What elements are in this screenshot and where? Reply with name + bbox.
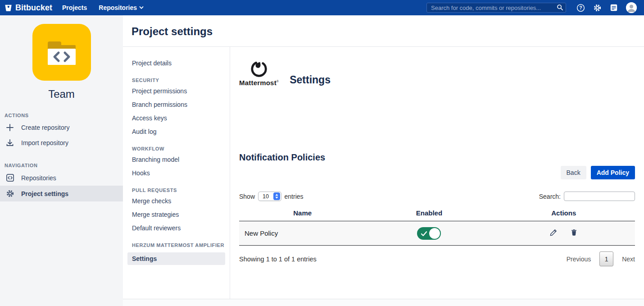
notification-policies-heading: Notification Policies (239, 152, 635, 163)
back-button[interactable]: Back (561, 166, 586, 179)
sidebar-item-import-repository[interactable]: Import repository (0, 135, 123, 151)
security-group-label: SECURITY (132, 78, 225, 83)
navigation-section-label: NAVIGATION (5, 163, 123, 168)
brand-name: Bitbucket (15, 3, 52, 13)
page-title: Project settings (123, 15, 644, 47)
table-search-input[interactable] (564, 192, 635, 201)
feedback-icon[interactable] (610, 4, 618, 12)
delete-policy-icon[interactable] (570, 228, 578, 237)
plugin-content: Mattermost® Settings Notification Polici… (230, 47, 644, 299)
help-icon[interactable]: ? (576, 4, 585, 12)
select-stepper-icon (273, 192, 280, 200)
actions-section-label: ACTIONS (5, 113, 123, 118)
workflow-group-label: WORKFLOW (132, 146, 225, 151)
topnav-projects[interactable]: Projects (62, 4, 87, 11)
toggle-knob (429, 228, 440, 239)
settings-nav-item-project-details[interactable]: Project details (132, 59, 225, 67)
settings-nav-item-project-permissions[interactable]: Project permissions (132, 87, 225, 95)
previous-page-button[interactable]: Previous (567, 256, 591, 263)
project-sidebar: Team ACTIONS Create repository Import re… (0, 15, 123, 306)
plus-icon (5, 123, 14, 132)
footer-strip (123, 299, 644, 306)
settings-nav-item-audit-log[interactable]: Audit log (132, 128, 225, 135)
global-search (426, 3, 566, 13)
next-page-button[interactable]: Next (622, 256, 635, 263)
page-size-select[interactable]: 10 (258, 192, 281, 201)
table-summary: Showing 1 to 1 of 1 entries (239, 256, 317, 263)
settings-nav-item-branching-model[interactable]: Branching model (132, 156, 225, 163)
settings-nav-item-hooks[interactable]: Hooks (132, 169, 225, 177)
add-policy-button[interactable]: Add Policy (591, 166, 635, 179)
settings-nav: Project details SECURITY Project permiss… (123, 47, 230, 299)
page-1-button[interactable]: 1 (599, 251, 613, 266)
table-row: New Policy (239, 221, 635, 246)
import-icon (5, 139, 14, 147)
settings-nav-item-access-keys[interactable]: Access keys (132, 114, 225, 122)
mattermost-logo: Mattermost® (239, 59, 279, 87)
global-search-input[interactable] (426, 3, 566, 13)
main-area: Project settings Project details SECURIT… (123, 15, 644, 306)
pull-requests-group-label: PULL REQUESTS (132, 187, 225, 193)
policies-table: Name Enabled Actions New Policy (239, 206, 635, 246)
column-header-enabled[interactable]: Enabled (366, 206, 492, 221)
settings-nav-item-default-reviewers[interactable]: Default reviewers (132, 224, 225, 232)
user-avatar[interactable] (626, 2, 637, 13)
sidebar-item-project-settings[interactable]: Project settings (0, 186, 123, 201)
svg-text:?: ? (579, 5, 582, 10)
settings-nav-item-settings[interactable]: Settings (127, 252, 225, 265)
top-navbar: Bitbucket Projects Repositories ? (0, 0, 644, 15)
repositories-icon (5, 174, 14, 182)
entries-label: entries (285, 193, 304, 200)
sidebar-item-create-repository[interactable]: Create repository (0, 120, 123, 135)
mattermost-mark-icon (249, 59, 268, 78)
settings-nav-item-branch-permissions[interactable]: Branch permissions (132, 101, 225, 108)
pagination: Previous 1 Next (567, 251, 635, 266)
mattermost-wordmark: Mattermost® (239, 79, 279, 87)
edit-policy-icon[interactable] (549, 228, 558, 237)
check-icon (421, 230, 427, 238)
settings-nav-item-merge-strategies[interactable]: Merge strategies (132, 211, 225, 218)
plugin-settings-title: Settings (290, 75, 331, 87)
bitbucket-mark-icon (5, 4, 12, 12)
enabled-toggle[interactable] (417, 227, 441, 240)
code-folder-icon (46, 39, 77, 66)
bitbucket-logo[interactable]: Bitbucket (5, 3, 52, 13)
chevron-down-icon (139, 5, 144, 10)
project-name: Team (0, 88, 123, 100)
project-avatar[interactable] (32, 24, 91, 81)
table-search-label: Search: (539, 193, 561, 200)
gear-icon[interactable] (593, 4, 602, 12)
mattermost-group-label: HERZUM MATTERMOST AMPLIFIER (132, 242, 225, 248)
column-header-name[interactable]: Name (239, 206, 366, 221)
sidebar-item-repositories[interactable]: Repositories (0, 170, 123, 186)
topnav-repositories[interactable]: Repositories (99, 4, 144, 11)
settings-nav-item-merge-checks[interactable]: Merge checks (132, 197, 225, 205)
show-label: Show (239, 193, 255, 200)
policy-name-cell: New Policy (239, 221, 366, 246)
search-icon[interactable] (557, 4, 563, 13)
gear-icon (5, 189, 14, 198)
column-header-actions[interactable]: Actions (493, 206, 635, 221)
